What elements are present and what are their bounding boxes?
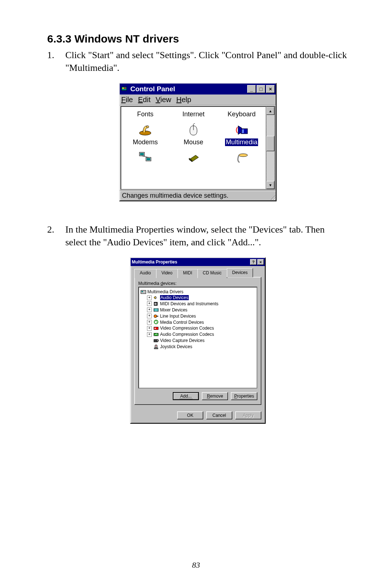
device-icon <box>153 314 159 319</box>
network-icon <box>123 150 167 165</box>
device-icon <box>153 319 159 325</box>
remove-button[interactable]: Remove <box>202 392 228 400</box>
titlebar[interactable]: Multimedia Properties ? × <box>131 258 265 266</box>
step-number: 1. <box>47 49 65 74</box>
tree-item[interactable]: +MIDI Devices and Instruments <box>147 301 255 307</box>
icon-network[interactable] <box>123 150 167 166</box>
expand-icon[interactable]: + <box>147 307 152 312</box>
tree-item-label: Media Control Devices <box>160 319 204 325</box>
icon-area[interactable]: Fonts Internet Keyboard Modems <box>121 106 266 190</box>
icon-internet[interactable]: Internet <box>172 110 215 118</box>
tree-item[interactable]: Video Capture Devices <box>147 337 255 343</box>
modems-icon <box>123 122 167 137</box>
svg-rect-2 <box>124 88 126 89</box>
icon-ports[interactable] <box>220 150 264 166</box>
tree-root-item[interactable]: Multimedia Drivers +Audio Devices+MIDI D… <box>140 289 255 350</box>
tree-item[interactable]: +Audio Devices <box>147 294 255 301</box>
svg-rect-18 <box>156 303 156 305</box>
icon-keyboard[interactable]: Keyboard <box>220 110 264 118</box>
device-tree[interactable]: Multimedia Drivers +Audio Devices+MIDI D… <box>138 287 257 388</box>
minimize-button[interactable]: _ <box>247 85 256 93</box>
properties-button[interactable]: Properties <box>231 392 257 400</box>
add-button[interactable]: Add... <box>173 392 199 400</box>
expand-icon[interactable]: + <box>147 314 152 318</box>
device-icon <box>153 301 159 306</box>
ports-icon <box>220 150 264 165</box>
resize-grip[interactable] <box>269 194 275 200</box>
scrollbar[interactable]: ▲ ▼ <box>266 106 275 190</box>
tree-item[interactable]: Joystick Devices <box>147 343 255 350</box>
icon-modems[interactable]: Modems <box>123 122 167 146</box>
icon-pcmcia[interactable] <box>172 150 215 166</box>
tree-item-label: MIDI Devices and Instruments <box>160 301 219 306</box>
device-icon <box>153 344 159 349</box>
tab-video[interactable]: Video <box>156 269 178 278</box>
svg-rect-15 <box>142 291 143 292</box>
expand-icon[interactable]: + <box>147 295 152 300</box>
dialog-title: Multimedia Properties <box>132 259 249 265</box>
tree-item[interactable]: +Media Control Devices <box>147 319 255 325</box>
svg-point-33 <box>156 346 156 346</box>
tab-cdmusic[interactable]: CD Music <box>197 269 227 278</box>
scroll-up-button[interactable]: ▲ <box>266 107 274 115</box>
icon-multimedia[interactable]: Multimedia <box>220 122 264 146</box>
tree-label: Multimedia devices: <box>138 281 257 286</box>
menu-help[interactable]: Help <box>176 96 191 104</box>
maximize-button[interactable]: □ <box>257 85 265 93</box>
control-panel-icon <box>121 86 128 92</box>
tree-item[interactable]: +Mixer Devices <box>147 307 255 313</box>
svg-rect-17 <box>155 303 155 305</box>
multimedia-properties-dialog: Multimedia Properties ? × Audio Video MI… <box>130 257 266 424</box>
window-title: Control Panel <box>130 85 246 93</box>
expand-icon[interactable]: + <box>147 320 152 325</box>
ok-button[interactable]: OK <box>177 411 203 419</box>
statusbar: Changes multimedia device settings. <box>120 190 276 201</box>
svg-point-13 <box>239 154 248 157</box>
control-panel-window: Control Panel _ □ × File Edit View Help … <box>119 83 277 201</box>
svg-rect-27 <box>155 328 156 329</box>
svg-point-4 <box>147 126 149 128</box>
svg-rect-32 <box>154 348 158 349</box>
device-icon <box>153 307 159 313</box>
expand-icon[interactable]: + <box>147 301 152 306</box>
svg-line-12 <box>142 156 148 157</box>
tree-item-label: Video Compression Codecs <box>160 326 214 331</box>
scroll-thumb[interactable] <box>266 136 274 151</box>
expand-icon[interactable]: + <box>147 332 152 337</box>
step-text: In the Multimedia Properties window, sel… <box>65 223 348 249</box>
device-icon <box>153 332 159 337</box>
apply-button: Apply <box>235 411 261 419</box>
close-button[interactable]: × <box>257 259 264 265</box>
card-icon <box>172 150 215 165</box>
tab-midi[interactable]: MIDI <box>177 269 197 278</box>
mouse-icon <box>172 122 215 137</box>
tree-item[interactable]: +Video Compression Codecs <box>147 325 255 331</box>
icon-fonts[interactable]: Fonts <box>123 110 167 118</box>
close-button[interactable]: × <box>266 85 275 93</box>
tree-item-label: Audio Compression Codecs <box>160 332 214 337</box>
icon-mouse[interactable]: Mouse <box>172 122 215 146</box>
tree-item[interactable]: +Line Input Devices <box>147 313 255 319</box>
tree-item-label: Joystick Devices <box>160 344 192 349</box>
cancel-button[interactable]: Cancel <box>206 411 232 419</box>
device-icon <box>153 295 159 300</box>
tab-devices[interactable]: Devices <box>227 268 253 277</box>
tree-item[interactable]: +Audio Compression Codecs <box>147 331 255 337</box>
svg-rect-26 <box>154 327 158 330</box>
menu-view[interactable]: View <box>156 96 171 104</box>
tab-pane-devices: Multimedia devices: Multimedia Drivers +… <box>134 277 261 405</box>
svg-point-23 <box>154 315 157 318</box>
svg-rect-7 <box>242 129 244 133</box>
tab-audio[interactable]: Audio <box>134 269 156 278</box>
device-icon <box>153 326 159 331</box>
help-button[interactable]: ? <box>250 259 257 265</box>
step-number: 2. <box>47 223 65 249</box>
menu-edit[interactable]: Edit <box>138 96 150 104</box>
menu-file[interactable]: File <box>121 96 133 104</box>
selected-icon-label: Multimedia <box>225 138 258 146</box>
titlebar[interactable]: Control Panel _ □ × <box>120 84 276 94</box>
expand-icon[interactable]: + <box>147 326 152 331</box>
tree-item-label: Video Capture Devices <box>160 338 205 343</box>
scroll-down-button[interactable]: ▼ <box>266 181 274 189</box>
tree-item-label: Audio Devices <box>160 295 189 300</box>
